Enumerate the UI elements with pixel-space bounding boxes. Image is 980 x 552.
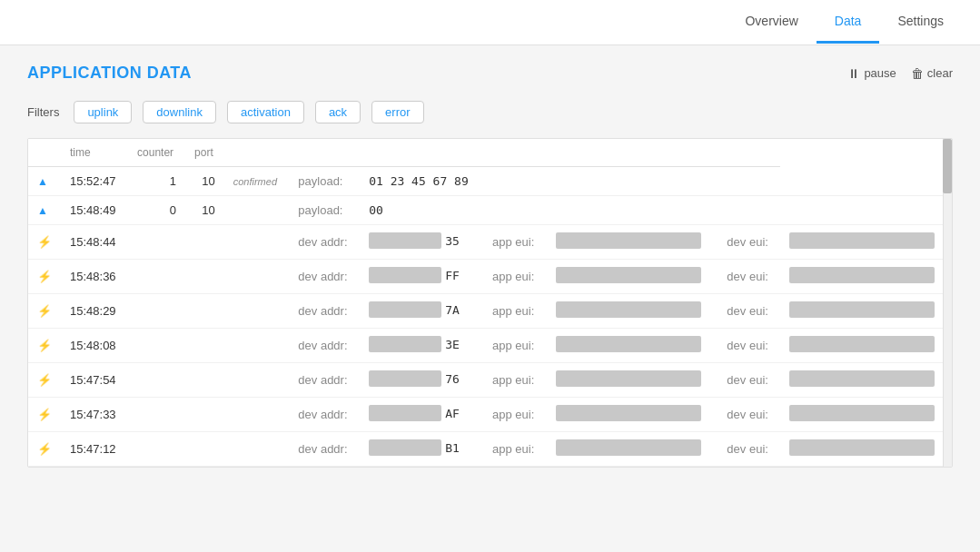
filters-label: Filters xyxy=(27,105,59,119)
blurred-appeui xyxy=(556,301,701,318)
row-icon-cell: ⚡ xyxy=(28,398,61,432)
filter-ack[interactable]: ack xyxy=(315,101,361,123)
row-deveui-label: dev eui: xyxy=(718,363,780,398)
row-port: 10 xyxy=(185,167,224,196)
filter-activation[interactable]: activation xyxy=(227,101,304,123)
row-devaddr-label: dev addr: xyxy=(289,398,360,432)
blurred-deveui xyxy=(789,370,935,387)
blurred-devaddr xyxy=(369,439,441,456)
nav-tabs: Overview Data Settings xyxy=(727,1,962,44)
filter-downlink[interactable]: downlink xyxy=(143,101,216,123)
row-devaddr-label: dev addr: xyxy=(289,260,360,294)
row-appeui-label: app eui: xyxy=(483,363,547,398)
blurred-devaddr xyxy=(369,405,441,421)
row-devaddr-value: 7A xyxy=(360,294,483,325)
row-port: 10 xyxy=(185,196,224,225)
data-table-wrapper: time counter port ▲ 15:52:47 1 10 confir… xyxy=(27,138,953,468)
row-deveui-label: dev eui: xyxy=(718,432,780,467)
row-icon-cell: ⚡ xyxy=(28,363,61,398)
row-devaddr-label: dev addr: xyxy=(289,363,360,398)
top-navigation: Overview Data Settings xyxy=(0,0,980,45)
col-counter: counter xyxy=(128,139,185,167)
data-table: time counter port ▲ 15:52:47 1 10 confir… xyxy=(28,139,952,467)
row-deveui-label: dev eui: xyxy=(718,225,780,260)
blurred-devaddr xyxy=(369,336,441,352)
table-row: ▲ 15:48:49 0 10 payload: 00 xyxy=(28,196,952,225)
bolt-icon: ⚡ xyxy=(37,373,52,387)
filter-error[interactable]: error xyxy=(371,101,423,123)
row-devaddr-value: 76 xyxy=(360,363,483,394)
pause-icon: ⏸ xyxy=(847,66,860,81)
blurred-deveui xyxy=(789,439,935,456)
table-row: ⚡ 15:48:36 dev addr: FF app eui: dev eui… xyxy=(28,260,952,294)
row-time: 15:48:44 xyxy=(61,225,128,260)
row-appeui-label: app eui: xyxy=(483,260,547,294)
pause-button[interactable]: ⏸ pause xyxy=(847,66,896,81)
scrollbar-thumb[interactable] xyxy=(943,139,952,193)
table-row: ⚡ 15:47:12 dev addr: B1 app eui: dev eui… xyxy=(28,432,952,467)
row-icon-cell: ▲ xyxy=(28,167,61,196)
tab-data[interactable]: Data xyxy=(817,1,880,44)
blurred-appeui xyxy=(556,405,701,421)
row-icon-cell: ⚡ xyxy=(28,260,61,294)
bolt-icon: ⚡ xyxy=(37,235,52,249)
blurred-deveui xyxy=(789,405,935,421)
row-devaddr-value: FF xyxy=(360,260,483,291)
row-time: 15:47:54 xyxy=(61,363,128,398)
blurred-appeui xyxy=(556,370,701,387)
row-devaddr-value: 35 xyxy=(360,225,483,256)
table-row: ⚡ 15:47:54 dev addr: 76 app eui: dev eui… xyxy=(28,363,952,398)
clear-button[interactable]: 🗑 clear xyxy=(911,66,953,81)
blurred-appeui xyxy=(556,336,701,352)
confirmed-badge: confirmed xyxy=(233,176,277,187)
main-content: APPLICATION DATA ⏸ pause 🗑 clear Filters… xyxy=(0,45,980,486)
blurred-deveui xyxy=(789,301,935,318)
row-value: 00 xyxy=(360,196,483,225)
uplink-icon: ▲ xyxy=(37,175,48,188)
blurred-devaddr xyxy=(369,370,441,387)
filter-uplink[interactable]: uplink xyxy=(74,101,132,123)
row-devaddr-label: dev addr: xyxy=(289,432,360,467)
row-icon-cell: ⚡ xyxy=(28,329,61,363)
row-devaddr-value: AF xyxy=(360,398,483,429)
table-header-row: time counter port xyxy=(28,139,952,167)
row-appeui-label: app eui: xyxy=(483,294,547,329)
bolt-icon: ⚡ xyxy=(37,339,52,352)
blurred-devaddr xyxy=(369,232,441,249)
table-row: ⚡ 15:47:33 dev addr: AF app eui: dev eui… xyxy=(28,398,952,432)
row-deveui-label: dev eui: xyxy=(718,398,780,432)
page-title: APPLICATION DATA xyxy=(27,64,192,83)
clear-label: clear xyxy=(927,66,953,80)
row-time: 15:48:49 xyxy=(61,196,128,225)
col-time: time xyxy=(61,139,128,167)
row-icon-cell: ⚡ xyxy=(28,432,61,467)
row-appeui-label: app eui: xyxy=(483,398,547,432)
tab-overview[interactable]: Overview xyxy=(727,1,816,44)
blurred-deveui xyxy=(789,267,935,283)
row-devaddr-value: 3E xyxy=(360,329,483,360)
blurred-devaddr xyxy=(369,301,441,318)
row-appeui-label: app eui: xyxy=(483,432,547,467)
row-icon-cell: ⚡ xyxy=(28,225,61,260)
row-deveui-label: dev eui: xyxy=(718,294,780,329)
row-devaddr-label: dev addr: xyxy=(289,294,360,329)
tab-settings[interactable]: Settings xyxy=(879,1,962,44)
table-row: ⚡ 15:48:08 dev addr: 3E app eui: dev eui… xyxy=(28,329,952,363)
table-row: ▲ 15:52:47 1 10 confirmed payload: 01 23… xyxy=(28,167,952,196)
row-deveui-label: dev eui: xyxy=(718,329,780,363)
row-label: payload: xyxy=(289,167,360,196)
row-appeui-label: app eui: xyxy=(483,329,547,363)
blurred-appeui xyxy=(556,267,701,283)
bolt-icon: ⚡ xyxy=(37,304,52,318)
row-devaddr-label: dev addr: xyxy=(289,329,360,363)
col-icon xyxy=(28,139,61,167)
row-devaddr-value: B1 xyxy=(360,432,483,463)
row-deveui-label: dev eui: xyxy=(718,260,780,294)
row-label: payload: xyxy=(289,196,360,225)
bolt-icon: ⚡ xyxy=(37,442,52,456)
scrollbar-track[interactable] xyxy=(943,139,952,467)
row-value: 01 23 45 67 89 xyxy=(360,167,483,196)
bolt-icon: ⚡ xyxy=(37,408,52,421)
col-data xyxy=(224,139,780,167)
row-badge: confirmed xyxy=(224,167,290,196)
